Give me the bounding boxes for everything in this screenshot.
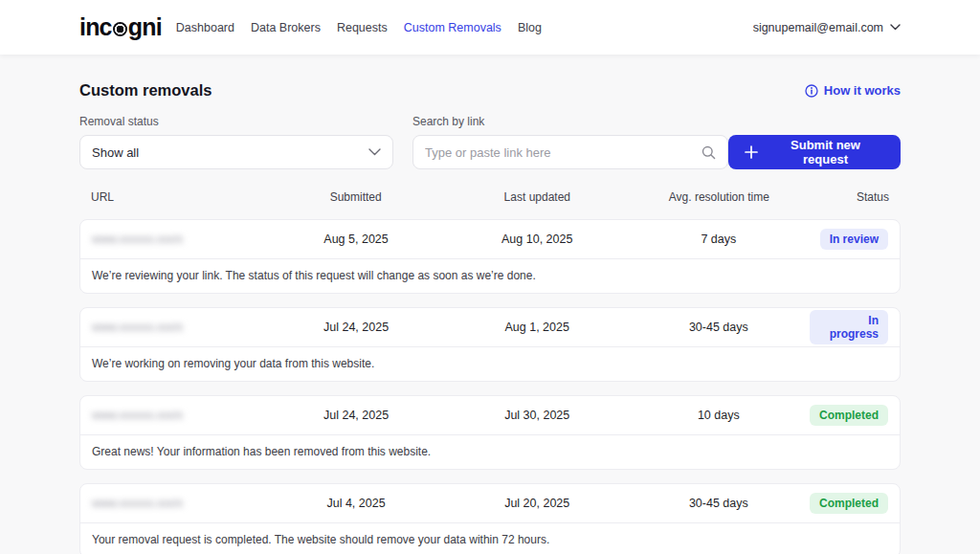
column-header-status: Status (811, 190, 901, 204)
nav-item-requests[interactable]: Requests (337, 21, 388, 34)
submit-new-request-button[interactable]: Submit new request (728, 135, 901, 169)
chevron-down-icon (368, 148, 381, 156)
last-updated-cell: Aug 10, 2025 (447, 233, 628, 246)
table-row: www.xxxxxx.xxx/x Jul 24, 2025 Jul 30, 20… (80, 396, 900, 434)
submitted-cell: Jul 24, 2025 (265, 409, 446, 422)
search-icon (702, 145, 716, 160)
status-message: Great news! Your information has been re… (80, 434, 900, 469)
removal-status-select[interactable]: Show all (79, 135, 393, 169)
submitted-cell: Jul 4, 2025 (265, 497, 446, 510)
nav-item-blog[interactable]: Blog (518, 21, 542, 34)
search-box (412, 135, 728, 169)
url-cell-blurred: www.xxxxxx.xxx/x (80, 321, 265, 334)
submitted-cell: Aug 5, 2025 (265, 233, 446, 246)
submitted-cell: Jul 24, 2025 (265, 321, 446, 334)
table-row: www.xxxxxx.xxx/x Jul 4, 2025 Jul 20, 202… (80, 484, 900, 522)
column-header-submitted: Submitted (265, 190, 447, 204)
requests-list: www.xxxxxx.xxx/x Aug 5, 2025 Aug 10, 202… (79, 219, 901, 554)
custom-removals-page: Custom removals How it works Removal sta… (79, 81, 901, 554)
plus-icon (745, 145, 758, 159)
removal-status-label: Removal status (79, 115, 393, 128)
last-updated-cell: Aug 1, 2025 (447, 321, 628, 334)
column-header-url: URL (79, 190, 265, 204)
chevron-down-icon (890, 24, 901, 31)
status-message: We’re reviewing your link. The status of… (80, 258, 900, 293)
account-menu[interactable]: signupemail@email.com (753, 21, 901, 34)
account-email: signupemail@email.com (753, 21, 883, 34)
url-cell-blurred: www.xxxxxx.xxx/x (80, 409, 265, 422)
logo-o-icon (113, 22, 127, 36)
nav-item-dashboard[interactable]: Dashboard (176, 21, 234, 34)
how-it-works-link[interactable]: How it works (805, 83, 901, 98)
main-nav: Dashboard Data Brokers Requests Custom R… (176, 21, 542, 34)
resolution-time-cell: 30-45 days (628, 321, 810, 334)
request-card: www.xxxxxx.xxx/x Aug 5, 2025 Aug 10, 202… (79, 219, 901, 294)
top-navigation-bar: incgni Dashboard Data Brokers Requests C… (0, 0, 980, 55)
status-message: We’re working on removing your data from… (80, 346, 900, 381)
table-row: www.xxxxxx.xxx/x Aug 5, 2025 Aug 10, 202… (80, 220, 900, 258)
request-card: www.xxxxxx.xxx/x Jul 24, 2025 Aug 1, 202… (79, 307, 901, 382)
page-title: Custom removals (79, 81, 212, 100)
resolution-time-cell: 7 days (628, 233, 810, 246)
status-badge: Completed (810, 493, 888, 514)
info-circle-icon (805, 84, 818, 98)
logo-text-pre: inc (79, 13, 112, 41)
incogni-logo[interactable]: incgni (79, 13, 162, 41)
last-updated-cell: Jul 20, 2025 (447, 497, 628, 510)
status-message: Your removal request is completed. The w… (80, 522, 900, 554)
search-by-link-label: Search by link (412, 115, 728, 128)
nav-item-custom-removals[interactable]: Custom Removals (404, 21, 501, 34)
url-cell-blurred: www.xxxxxx.xxx/x (80, 497, 265, 510)
table-header-row: URL Submitted Last updated Avg. resoluti… (79, 190, 901, 204)
logo-text-post: gni (128, 13, 162, 41)
status-badge: Completed (810, 405, 888, 426)
request-card: www.xxxxxx.xxx/x Jul 4, 2025 Jul 20, 202… (79, 483, 901, 554)
url-cell-blurred: www.xxxxxx.xxx/x (80, 233, 265, 246)
resolution-time-cell: 30-45 days (628, 497, 810, 510)
last-updated-cell: Jul 30, 2025 (447, 409, 628, 422)
resolution-time-cell: 10 days (628, 409, 810, 422)
column-header-resolution-time: Avg. resolution time (628, 190, 810, 204)
status-badge: In progress (810, 310, 888, 345)
nav-item-data-brokers[interactable]: Data Brokers (251, 21, 321, 34)
status-badge: In review (820, 229, 888, 250)
search-input[interactable] (425, 145, 702, 160)
table-row: www.xxxxxx.xxx/x Jul 24, 2025 Aug 1, 202… (80, 308, 900, 346)
how-it-works-label: How it works (824, 83, 901, 98)
request-card: www.xxxxxx.xxx/x Jul 24, 2025 Jul 30, 20… (79, 395, 901, 470)
column-header-last-updated: Last updated (447, 190, 629, 204)
submit-button-label: Submit new request (767, 138, 884, 166)
removal-status-value: Show all (92, 145, 139, 160)
